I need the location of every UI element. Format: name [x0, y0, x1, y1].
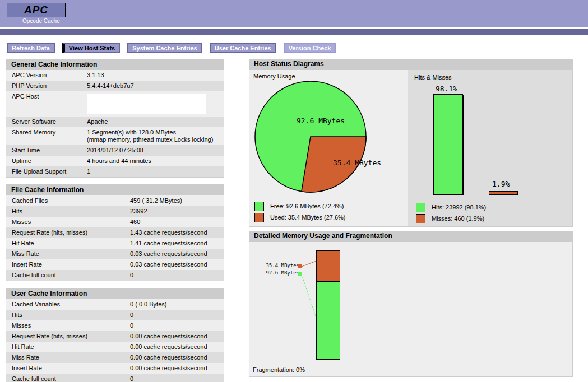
legend-row-free: Free: 92.6 MBytes (72.4%) — [254, 201, 346, 212]
general-cache-panel: General Cache Information APC Version3.1… — [6, 59, 224, 178]
menu: Refresh DataView Host StatsSystem Cache … — [6, 43, 588, 53]
row-value: 0.03 cache requests/second — [124, 259, 224, 270]
row-value: 1.41 cache requests/second — [124, 238, 224, 249]
fragmentation-label: Fragmentation: 0% — [253, 366, 305, 373]
legend-row-hits: Hits: 23992 (98.1%) — [416, 202, 486, 213]
general-cache-table: APC Version3.1.13PHP Version5.4.4-14+deb… — [6, 70, 224, 177]
table-row: Cache full count0 — [6, 374, 224, 382]
table-row: Hits0 — [6, 310, 224, 320]
left-column: General Cache Information APC Version3.1… — [6, 59, 224, 382]
row-label: Cache full count — [6, 374, 124, 382]
row-label: Request Rate (hits, misses) — [6, 227, 124, 238]
row-label: Server Software — [6, 117, 81, 127]
table-row: Request Rate (hits, misses)0.00 cache re… — [6, 331, 224, 342]
row-value: 1 Segment(s) with 128.0 MBytes(mmap memo… — [81, 127, 224, 145]
right-column: Host Status Diagrams Memory Usage 92.6 M… — [249, 59, 573, 381]
row-label: Cached Files — [6, 195, 124, 206]
apc-logo[interactable]: APC — [7, 3, 66, 17]
table-row: Shared Memory1 Segment(s) with 128.0 MBy… — [6, 127, 224, 145]
row-label: Insert Rate — [6, 363, 124, 374]
row-label: File Upload Support — [6, 166, 81, 177]
legend-row-used: Used: 35.4 MBytes (27.6%) — [254, 212, 346, 223]
memory-legend: Free: 92.6 MBytes (72.4%) Used: 35.4 MBy… — [254, 201, 346, 223]
menu-button-refresh-data[interactable]: Refresh Data — [7, 43, 55, 53]
table-row: APC Version3.1.13 — [6, 70, 224, 81]
table-row: Server SoftwareApache — [6, 117, 224, 127]
detail-value-labels: 35.4 MBytes 92.6 MBytes — [259, 262, 299, 277]
row-value: 0.00 cache requests/second — [124, 352, 224, 363]
row-value: 0.00 cache requests/second — [124, 331, 224, 342]
legend-text: Free: 92.6 MBytes (72.4%) — [270, 203, 344, 209]
row-label: Cached Variables — [6, 299, 124, 310]
user-cache-panel: User Cache Information Cached Variables0… — [6, 288, 224, 382]
row-value: 3.1.13 — [81, 70, 224, 81]
hits-swatch-icon — [416, 203, 425, 212]
row-value: 0 — [124, 320, 224, 331]
table-row: Misses460 — [6, 217, 224, 227]
menu-item: Refresh Data — [7, 43, 55, 53]
detail-free-label: 92.6 MBytes — [259, 269, 299, 277]
row-label: Hits — [6, 206, 124, 217]
hits-misses-label: Hits & Misses — [414, 74, 452, 81]
row-value: 5.4.4-14+deb7u7 — [81, 81, 224, 91]
row-value: 0 — [124, 374, 224, 382]
legend-row-misses: Misses: 460 (1.9%) — [416, 213, 486, 224]
hits-bar-value-label: 98.1% — [436, 85, 457, 93]
row-value: 459 ( 31.2 MBytes) — [124, 195, 224, 206]
detailed-memory-body: 35.4 MBytes 92.6 MBytes Fragmentation: 0… — [249, 241, 573, 377]
table-row: Hit Rate1.41 cache requests/second — [6, 238, 224, 249]
misses-bar — [489, 191, 518, 195]
legend-text: Hits: 23992 (98.1%) — [432, 204, 486, 211]
user-cache-table: Cached Variables0 ( 0.0 Bytes)Hits0Misse… — [6, 299, 224, 382]
row-label: Misses — [6, 320, 124, 331]
row-label: Start Time — [6, 145, 81, 156]
table-row: Miss Rate0.03 cache requests/second — [6, 249, 224, 259]
row-value: 0.03 cache requests/second — [124, 249, 224, 259]
host-status-panel: Host Status Diagrams Memory Usage 92.6 M… — [249, 59, 573, 227]
row-value: 1.43 cache requests/second — [124, 227, 224, 238]
free-marker-icon — [298, 272, 302, 276]
table-row: Cached Files459 ( 31.2 MBytes) — [6, 195, 224, 206]
menu-item: System Cache Entries — [127, 43, 202, 53]
row-label: APC Version — [6, 70, 81, 81]
logo-subtitle: Opcode Cache — [22, 18, 588, 24]
row-value: Apache — [81, 117, 224, 127]
misses-swatch-icon — [416, 214, 425, 223]
legend-text: Used: 35.4 MBytes (27.6%) — [270, 214, 346, 221]
row-label: Hits — [6, 310, 124, 320]
table-row: Misses0 — [6, 320, 224, 331]
row-label: APC Host — [6, 91, 81, 117]
menu-button-system-cache-entries[interactable]: System Cache Entries — [127, 43, 202, 53]
menu-button-version-check[interactable]: Version Check — [284, 43, 336, 53]
table-row: Cached Variables0 ( 0.0 Bytes) — [6, 299, 224, 310]
table-row: Uptime4 hours and 44 minutes — [6, 156, 224, 166]
panel-title: Detailed Memory Usage and Fragmentation — [249, 231, 573, 241]
hits-bar — [433, 94, 463, 195]
file-cache-table: Cached Files459 ( 31.2 MBytes)Hits23992M… — [6, 195, 224, 281]
menu-button-user-cache-entries[interactable]: User Cache Entries — [210, 43, 276, 53]
used-swatch-icon — [254, 213, 264, 222]
detail-used-label: 35.4 MBytes — [259, 262, 299, 269]
table-row: Miss Rate0.00 cache requests/second — [6, 352, 224, 363]
menu-item: Version Check — [284, 43, 336, 53]
panel-title: Host Status Diagrams — [249, 59, 573, 69]
row-value: 0.00 cache requests/second — [124, 342, 224, 352]
apc-page: APC Opcode Cache Refresh DataView Host S… — [0, 0, 588, 382]
menu-button-view-host-stats[interactable]: View Host Stats — [62, 43, 120, 53]
row-label: Insert Rate — [6, 259, 124, 270]
stack-free-segment — [317, 282, 340, 359]
table-row: Start Time2014/01/12 07:25:08 — [6, 145, 224, 156]
row-value: 2014/01/12 07:25:08 — [81, 145, 224, 156]
table-row: Insert Rate0.00 cache requests/second — [6, 363, 224, 374]
row-value — [81, 91, 224, 117]
row-value: 460 — [124, 217, 224, 227]
row-label: Cache full count — [6, 270, 124, 281]
detailed-memory-cell: 35.4 MBytes 92.6 MBytes Fragmentation: 0… — [249, 242, 572, 376]
stack-used-segment — [317, 251, 340, 282]
table-row: Hit Rate0.00 cache requests/second — [6, 342, 224, 352]
memory-stack-bar — [316, 250, 340, 360]
hits-misses-cell: Hits & Misses 98.1% 1.9% Hits: 23992 (98… — [408, 70, 572, 226]
table-row: Hits23992 — [6, 206, 224, 217]
table-row: Insert Rate0.03 cache requests/second — [6, 259, 224, 270]
redacted-host-box — [87, 94, 206, 114]
